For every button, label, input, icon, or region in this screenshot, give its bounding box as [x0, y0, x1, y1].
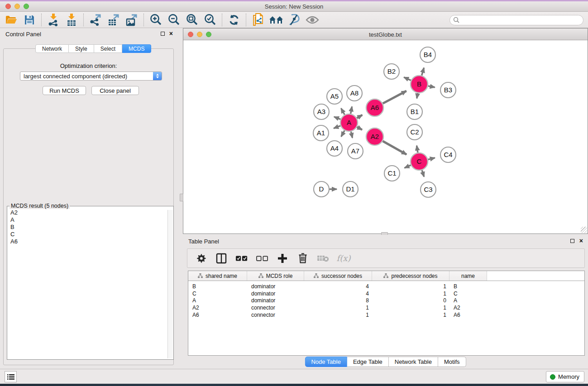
delete-table-icon[interactable] [317, 253, 329, 264]
table-row[interactable]: Adominator80A [188, 297, 584, 305]
column-header-successor-nodes[interactable]: successor nodes [304, 271, 372, 281]
node-A6[interactable]: A6 [366, 99, 383, 116]
node-A1[interactable]: A1 [313, 125, 329, 141]
deselect-all-columns-icon[interactable] [256, 253, 268, 264]
mcds-result-item[interactable]: B [7, 224, 167, 231]
table-close-panel-icon[interactable]: × [579, 237, 583, 244]
export-network-icon[interactable] [88, 13, 103, 27]
edge-B-B1[interactable] [417, 93, 418, 99]
mcds-result-item[interactable]: A [7, 216, 167, 224]
hide-panels-icon[interactable] [287, 13, 302, 27]
node-A2[interactable]: A2 [366, 128, 383, 145]
node-C4[interactable]: C4 [440, 147, 456, 162]
node-A[interactable]: A [340, 114, 358, 131]
export-image-icon[interactable] [124, 13, 139, 27]
mcds-result-item[interactable]: C [7, 231, 167, 238]
search-input[interactable] [449, 15, 583, 25]
node-A3[interactable]: A3 [314, 104, 329, 119]
close-panel-icon[interactable]: × [169, 30, 173, 37]
edge-C-C3[interactable] [422, 170, 424, 176]
edge-A-A3[interactable] [334, 117, 340, 119]
mcds-result-item[interactable]: A6 [7, 238, 167, 245]
table-row[interactable]: A2connector11A2 [188, 304, 584, 311]
zoom-in-icon[interactable] [148, 13, 163, 27]
show-columns-icon[interactable] [215, 253, 227, 264]
zoom-selected-icon[interactable] [202, 13, 218, 27]
close-panel-button[interactable]: Close panel [91, 86, 139, 95]
column-header-name[interactable]: name [449, 271, 487, 281]
edge-B-B2[interactable] [404, 77, 411, 81]
zoom-fit-icon[interactable] [184, 13, 200, 27]
table-row[interactable]: Bdominator41B [188, 283, 584, 290]
column-header-shared-name[interactable]: shared name [188, 271, 247, 281]
show-all-panels-icon[interactable] [268, 13, 284, 27]
edge-A-A8[interactable] [351, 107, 352, 114]
node-A7[interactable]: A7 [348, 143, 363, 159]
node-B1[interactable]: B1 [407, 104, 422, 119]
create-column-icon[interactable] [277, 253, 288, 264]
edge-A-A2[interactable] [357, 127, 362, 130]
network-canvas[interactable]: B4B2BB3A5A8A6B1A3AA1C2A2A4A7C4CC1C3DD1 [183, 40, 588, 234]
tab-style[interactable]: Style [69, 44, 94, 53]
node-C3[interactable]: C3 [421, 182, 436, 197]
node-D1[interactable]: D1 [343, 181, 358, 197]
delete-columns-trash-icon[interactable] [297, 253, 309, 264]
function-builder-icon[interactable]: f(x) [338, 253, 349, 264]
node-B[interactable]: B [411, 76, 428, 93]
edge-A-A5[interactable] [341, 108, 344, 114]
splitter-grip-vertical[interactable] [180, 194, 183, 201]
edge-C-C4[interactable] [428, 158, 435, 160]
table-row[interactable]: A6connector11A6 [188, 311, 584, 319]
run-mcds-button[interactable]: Run MCDS [43, 86, 86, 95]
float-panel-icon[interactable] [161, 32, 165, 36]
node-A8[interactable]: A8 [347, 86, 362, 101]
node-B3[interactable]: B3 [440, 82, 456, 98]
memory-button[interactable]: Memory [546, 371, 584, 382]
tab-network-table[interactable]: Network Table [389, 357, 438, 367]
edge-A-A7[interactable] [351, 132, 352, 138]
edge-A-A4[interactable] [341, 130, 345, 136]
table-float-panel-icon[interactable] [570, 239, 574, 243]
table-row[interactable]: Cdominator41C [188, 290, 584, 297]
column-header-predecessor-nodes[interactable]: predecessor nodes [372, 271, 449, 281]
edge-B-B4[interactable] [422, 68, 424, 76]
edge-A-A1[interactable] [334, 126, 340, 129]
tab-select[interactable]: Select [94, 44, 122, 53]
network-from-selection-icon[interactable] [250, 13, 266, 27]
edge-C-C2[interactable] [417, 146, 418, 153]
zoom-out-icon[interactable] [166, 13, 182, 27]
result-scrollbar[interactable] [167, 210, 173, 358]
node-C[interactable]: C [411, 153, 428, 170]
node-A4[interactable]: A4 [327, 141, 342, 156]
column-header-MCDS-role[interactable]: MCDS role [247, 271, 304, 281]
edge-A6-B[interactable] [383, 91, 406, 104]
tab-motifs[interactable]: Motifs [438, 357, 466, 367]
node-B2[interactable]: B2 [384, 64, 399, 79]
node-D[interactable]: D [314, 181, 329, 197]
node-C2[interactable]: C2 [407, 124, 422, 140]
node-B4[interactable]: B4 [420, 47, 435, 62]
select-all-columns-icon[interactable] [236, 253, 248, 264]
tab-edge-table[interactable]: Edge Table [347, 357, 389, 367]
node-C1[interactable]: C1 [384, 166, 400, 181]
tab-node-table[interactable]: Node Table [305, 357, 347, 367]
mcds-result-item[interactable]: A2 [7, 209, 167, 216]
edge-B-B3[interactable] [428, 86, 435, 87]
show-hide-graphics-eye-icon[interactable] [305, 13, 320, 27]
tab-mcds[interactable]: MCDS [122, 44, 151, 53]
edge-A-A6[interactable] [357, 115, 362, 118]
node-A5[interactable]: A5 [327, 89, 342, 104]
save-session-icon[interactable] [22, 13, 37, 27]
edge-A2-C[interactable] [382, 141, 406, 155]
import-table-file-icon[interactable] [64, 13, 79, 27]
table-mode-gear-icon[interactable] [195, 253, 207, 264]
criterion-select[interactable]: largest connected component (directed) [20, 71, 162, 81]
open-session-icon[interactable] [4, 13, 19, 27]
tab-network[interactable]: Network [35, 44, 69, 53]
edge-C-C1[interactable] [405, 165, 411, 168]
apply-layout-icon[interactable] [226, 13, 242, 27]
show-task-history-button[interactable] [5, 371, 17, 382]
window-resize-grip[interactable] [581, 227, 587, 233]
import-network-file-icon[interactable] [46, 13, 61, 27]
export-table-icon[interactable] [106, 13, 121, 27]
